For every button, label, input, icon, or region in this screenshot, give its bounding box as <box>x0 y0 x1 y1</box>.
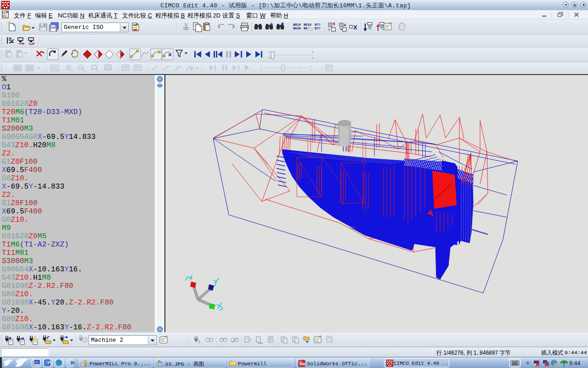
svg-text:G1: G1 <box>3 14 7 17</box>
svg-text:N0: N0 <box>304 27 307 30</box>
svg-text:N010: N010 <box>304 23 311 27</box>
svg-text:N010: N010 <box>293 23 301 27</box>
svg-text:N020: N020 <box>293 27 301 30</box>
svg-text:X: X <box>353 24 357 31</box>
svg-text:N??: N?? <box>315 23 321 27</box>
svg-text:9:44: 9:44 <box>569 360 580 367</box>
svg-text:N??: N?? <box>315 27 321 30</box>
svg-text:÷: ÷ <box>328 28 330 32</box>
svg-text:G1: G1 <box>3 11 7 14</box>
svg-text:SW: SW <box>300 362 305 366</box>
svg-text:+: + <box>344 23 346 28</box>
